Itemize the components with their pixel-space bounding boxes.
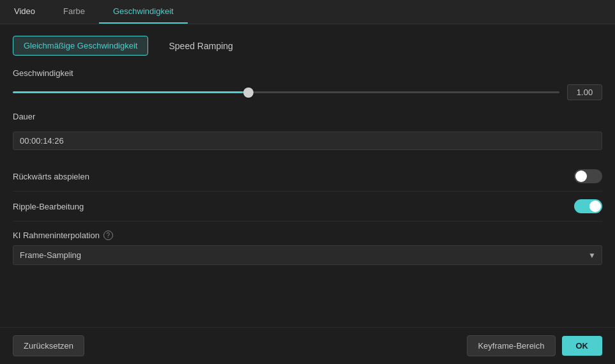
tab-bar: Video Farbe Geschwindigkeit: [0, 0, 615, 24]
dauer-section: Dauer: [13, 112, 602, 150]
reset-button[interactable]: Zurücksetzen: [13, 335, 84, 356]
app-container: Video Farbe Geschwindigkeit Gleichmäßige…: [0, 0, 615, 364]
footer: Zurücksetzen Keyframe-Bereich OK: [0, 327, 615, 364]
footer-right: Keyframe-Bereich OK: [467, 335, 602, 356]
ki-select[interactable]: Frame-Sampling Optischer Fluss Smart: [13, 245, 602, 265]
tab-geschwindigkeit[interactable]: Geschwindigkeit: [99, 0, 188, 24]
tab-video[interactable]: Video: [0, 0, 49, 24]
speed-slider[interactable]: [13, 91, 559, 93]
keyframe-button[interactable]: Keyframe-Bereich: [467, 335, 555, 356]
ki-label: KI Rahmeninterpolation: [13, 231, 100, 240]
slider-container: [13, 87, 559, 98]
toggle-ripple-knob: [589, 201, 601, 212]
toggle-ripple-row: Ripple-Bearbeitung: [13, 192, 602, 222]
ki-label-row: KI Rahmeninterpolation ?: [13, 231, 602, 240]
ki-select-container: Frame-Sampling Optischer Fluss Smart ▼: [13, 245, 602, 265]
toggle-ripple-label: Ripple-Bearbeitung: [13, 202, 84, 211]
mode-btn-speed-ramping[interactable]: Speed Ramping: [158, 36, 243, 56]
toggle-rueckwaerts-knob: [575, 171, 587, 182]
toggle-rueckwaerts-switch[interactable]: [574, 169, 602, 183]
content-area: Gleichmäßige Geschwindigkeit Speed Rampi…: [0, 24, 615, 327]
info-icon[interactable]: ?: [103, 231, 113, 240]
speed-label: Geschwindigkeit: [13, 68, 602, 78]
tab-farbe[interactable]: Farbe: [49, 0, 99, 24]
mode-btn-gleichmaessige[interactable]: Gleichmäßige Geschwindigkeit: [13, 36, 148, 56]
toggle-rueckwaerts-row: Rückwärts abspielen: [13, 162, 602, 192]
slider-row: 1.00: [13, 84, 602, 100]
speed-section: Geschwindigkeit 1.00: [13, 68, 602, 112]
speed-value: 1.00: [567, 84, 602, 100]
toggle-rueckwaerts-label: Rückwärts abspielen: [13, 172, 89, 181]
toggle-ripple-switch[interactable]: [574, 199, 602, 213]
mode-buttons-row: Gleichmäßige Geschwindigkeit Speed Rampi…: [13, 36, 602, 56]
dauer-label: Dauer: [13, 112, 602, 121]
dauer-input[interactable]: [13, 132, 602, 150]
ki-section: KI Rahmeninterpolation ? Frame-Sampling …: [13, 231, 602, 265]
ok-button[interactable]: OK: [562, 336, 603, 356]
